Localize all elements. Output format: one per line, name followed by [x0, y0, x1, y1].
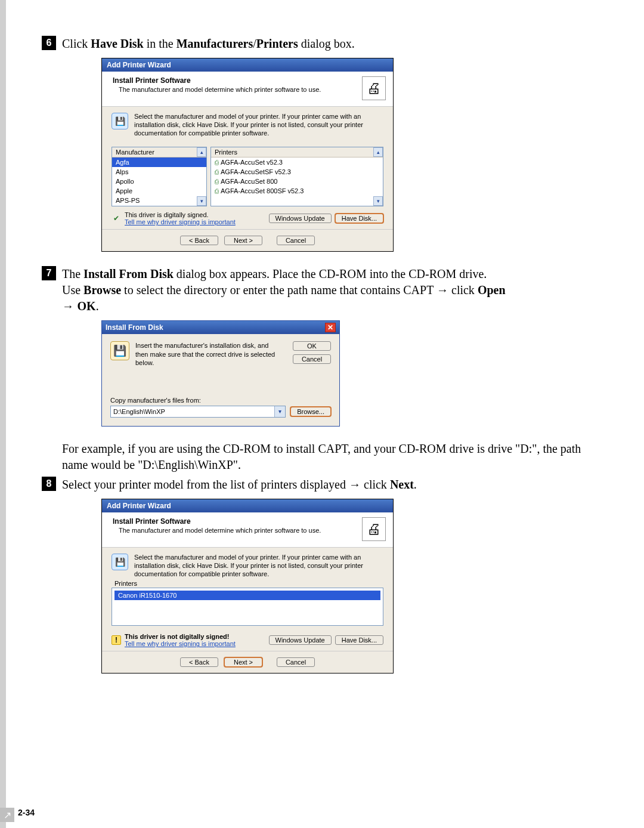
- page-nav-icon[interactable]: ↗: [0, 808, 14, 822]
- step-number-7: 7: [42, 266, 56, 280]
- t: in the: [144, 37, 177, 50]
- path-combo[interactable]: D:\English\WinXP ▾: [110, 406, 286, 418]
- step-6-text: Click Have Disk in the Manufacturers/Pri…: [62, 36, 608, 52]
- cancel-button[interactable]: Cancel: [277, 236, 315, 245]
- t: Use: [62, 283, 83, 296]
- header-subtitle: The manufacturer and model determine whi…: [119, 527, 362, 534]
- t: The: [62, 267, 83, 280]
- header-subtitle: The manufacturer and model determine whi…: [119, 86, 362, 93]
- cancel-button[interactable]: Cancel: [277, 657, 315, 667]
- step-7-text: The Install From Disk dialog box appears…: [62, 266, 608, 314]
- driver-signing-link[interactable]: Tell me why driver signing is important: [125, 218, 265, 225]
- t: Next: [390, 478, 414, 491]
- manufacturer-list[interactable]: Manufacturer Agfa Alps Apollo Apple APS-…: [112, 147, 207, 206]
- close-icon[interactable]: ✕: [325, 323, 336, 332]
- t: AGFA-AccuSet 800SF v52.3: [221, 187, 304, 194]
- add-printer-wizard-dialog-2: Add Printer Wizard Install Printer Softw…: [101, 499, 394, 673]
- t: Have Disk: [91, 37, 143, 50]
- t: Click: [62, 37, 91, 50]
- info-text: Select the manufacturer and model of you…: [134, 554, 383, 578]
- floppy-icon: 💾: [110, 341, 129, 360]
- floppy-icon: 💾: [112, 554, 128, 570]
- t: dialog box.: [298, 37, 355, 50]
- install-from-disk-dialog: Install From Disk ✕ 💾 Insert the manufac…: [101, 320, 340, 427]
- back-button[interactable]: < Back: [180, 236, 218, 245]
- step-8-text: Select your printer model from the list …: [62, 477, 608, 493]
- header-title: Install Printer Software: [113, 517, 362, 526]
- list-item[interactable]: Alps: [112, 167, 206, 177]
- step-7-example: For example, if you are using the CD-ROM…: [62, 441, 608, 473]
- dialog-title: Add Printer Wizard: [102, 58, 393, 72]
- cancel-button[interactable]: Cancel: [293, 354, 331, 364]
- arrow-icon: →: [62, 299, 78, 313]
- scroll-up-icon[interactable]: ▴: [197, 147, 206, 157]
- t: .: [414, 478, 417, 491]
- t: click: [361, 478, 390, 491]
- info-text: Select the manufacturer and model of you…: [134, 113, 383, 137]
- floppy-icon: 💾: [112, 113, 128, 129]
- driver-signing-link[interactable]: Tell me why driver signing is important: [125, 640, 265, 647]
- arrow-icon: →: [436, 283, 448, 296]
- list-item[interactable]: Agfa: [112, 157, 206, 167]
- back-button[interactable]: < Back: [180, 657, 218, 667]
- add-printer-wizard-dialog: Add Printer Wizard Install Printer Softw…: [101, 58, 394, 252]
- copy-from-label: Copy manufacturer's files from:: [110, 397, 331, 404]
- printer-item-icon: ⎙: [215, 178, 219, 185]
- list-item[interactable]: ⎙AGFA-AccuSet 800: [211, 177, 383, 186]
- scroll-down-icon[interactable]: ▾: [373, 196, 383, 206]
- t: Open: [478, 283, 506, 296]
- step-number-6: 6: [42, 36, 56, 50]
- step-number-8: 8: [42, 477, 56, 491]
- signed-ok-icon: ✔: [112, 214, 121, 223]
- browse-button[interactable]: Browse...: [290, 407, 331, 416]
- printer-item-icon: ⎙: [215, 159, 219, 166]
- disk-message: Insert the manufacturer's installation d…: [135, 341, 281, 367]
- printers-list-single[interactable]: Printers Canon iR1510-1670: [112, 588, 383, 626]
- driver-signed-text: This driver is digitally signed.: [125, 211, 265, 218]
- list-item[interactable]: Apollo: [112, 177, 206, 186]
- next-button[interactable]: Next >: [224, 236, 262, 245]
- t: click: [451, 283, 478, 296]
- t: AGFA-AccuSet v52.3: [221, 159, 283, 166]
- arrow-icon: →: [349, 478, 361, 491]
- printer-item-icon: ⎙: [215, 168, 219, 175]
- t: Browse: [83, 283, 121, 296]
- list-item[interactable]: Apple: [112, 186, 206, 196]
- driver-not-signed-text: This driver is not digitally signed!: [125, 633, 265, 640]
- scroll-down-icon[interactable]: ▾: [197, 196, 206, 206]
- printers-label: Printers: [113, 580, 138, 587]
- t: Printers: [256, 37, 298, 50]
- chevron-down-icon[interactable]: ▾: [274, 406, 285, 417]
- printers-list[interactable]: Printers ⎙AGFA-AccuSet v52.3 ⎙AGFA-AccuS…: [210, 147, 383, 206]
- ok-button[interactable]: OK: [293, 341, 331, 351]
- windows-update-button[interactable]: Windows Update: [269, 635, 332, 645]
- next-button[interactable]: Next >: [224, 657, 262, 667]
- t: Install From Disk: [83, 267, 174, 280]
- dialog-title: Install From Disk: [106, 323, 163, 332]
- t: Manufacturers: [177, 37, 253, 50]
- list-item[interactable]: ⎙AGFA-AccuSet v52.3: [211, 157, 383, 167]
- t: to select the directory or enter the pat…: [121, 283, 436, 296]
- have-disk-button[interactable]: Have Disk...: [335, 635, 383, 645]
- t: OK: [78, 299, 96, 313]
- list-item[interactable]: ⎙AGFA-AccuSetSF v52.3: [211, 167, 383, 177]
- windows-update-button[interactable]: Windows Update: [269, 214, 332, 223]
- t: AGFA-AccuSet 800: [221, 178, 277, 185]
- printers-header: Printers: [211, 147, 383, 157]
- dialog-title: Add Printer Wizard: [102, 499, 393, 512]
- header-title: Install Printer Software: [113, 76, 362, 85]
- printer-icon: 🖨: [362, 517, 386, 541]
- t: dialog box appears. Place the CD-ROM int…: [174, 267, 487, 280]
- list-item[interactable]: Canon iR1510-1670: [114, 591, 380, 600]
- list-item[interactable]: ⎙AGFA-AccuSet 800SF v52.3: [211, 186, 383, 196]
- scroll-up-icon[interactable]: ▴: [373, 147, 383, 157]
- printer-icon: 🖨: [362, 76, 386, 100]
- t: .: [96, 299, 99, 313]
- have-disk-button[interactable]: Have Disk...: [335, 214, 383, 223]
- printer-item-icon: ⎙: [215, 187, 219, 194]
- t: Select your printer model from the list …: [62, 478, 349, 491]
- path-value: D:\English\WinXP: [113, 408, 165, 415]
- page-number: 2-34: [18, 808, 35, 817]
- list-item[interactable]: APS-PS: [112, 196, 206, 205]
- warning-icon: !: [112, 635, 121, 645]
